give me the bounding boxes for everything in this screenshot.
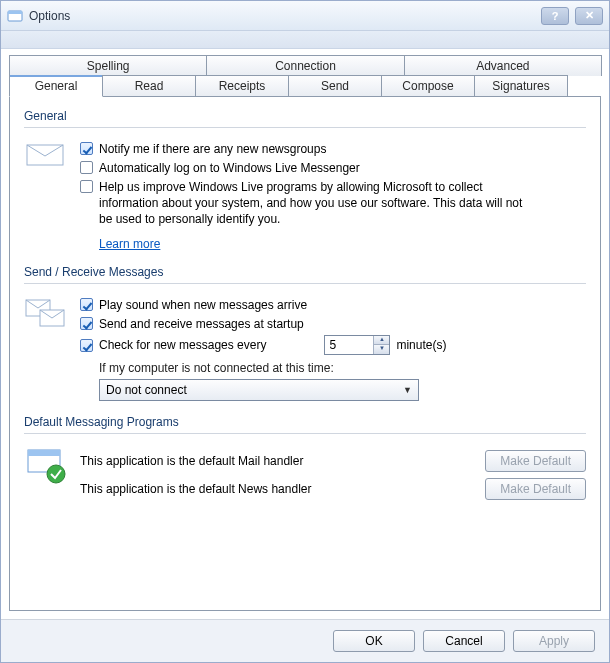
checkbox-check-interval[interactable] [80, 339, 93, 352]
tab-panel-general: General Notify me if there are any new n… [9, 96, 601, 611]
tab-general[interactable]: General [9, 75, 103, 97]
group-title-defaults: Default Messaging Programs [24, 415, 586, 429]
spin-up[interactable]: ▲ [374, 336, 389, 345]
checkbox-autologon-messenger[interactable] [80, 161, 93, 174]
default-program-icon [24, 444, 70, 489]
help-button[interactable]: ? [541, 7, 569, 25]
tab-spelling[interactable]: Spelling [9, 55, 207, 76]
options-window: Options ? ✕ Spelling Connection Advanced… [0, 0, 610, 663]
tabs-row-upper: Spelling Connection Advanced [9, 55, 601, 76]
svg-rect-1 [8, 11, 22, 14]
app-icon [7, 8, 23, 24]
tab-connection[interactable]: Connection [206, 55, 404, 76]
checkbox-play-sound[interactable] [80, 298, 93, 311]
group-title-general: General [24, 109, 586, 123]
section-general: General Notify me if there are any new n… [24, 109, 586, 251]
label-offline: If my computer is not connected at this … [99, 361, 586, 375]
minutes-input[interactable] [325, 336, 373, 354]
tabs-row-lower: General Read Receipts Send Compose Signa… [9, 75, 601, 96]
label-default-news: This application is the default News han… [80, 482, 475, 496]
section-send-receive: Send / Receive Messages Play sound when … [24, 265, 586, 401]
svg-rect-6 [28, 450, 60, 456]
label-help-improve: Help us improve Windows Live programs by… [99, 179, 529, 227]
menubar-area [1, 31, 609, 49]
cancel-button[interactable]: Cancel [423, 630, 505, 652]
offline-action-value: Do not connect [106, 383, 187, 397]
label-default-mail: This application is the default Mail han… [80, 454, 475, 468]
svg-point-7 [47, 465, 65, 483]
divider [24, 127, 586, 128]
tab-compose[interactable]: Compose [381, 75, 475, 96]
tab-read[interactable]: Read [102, 75, 196, 96]
label-play-sound: Play sound when new messages arrive [99, 297, 307, 313]
label-autologon-messenger: Automatically log on to Windows Live Mes… [99, 160, 360, 176]
minutes-spinner[interactable]: ▲ ▼ [324, 335, 390, 355]
close-button[interactable]: ✕ [575, 7, 603, 25]
tab-advanced[interactable]: Advanced [404, 55, 602, 76]
tab-signatures[interactable]: Signatures [474, 75, 568, 96]
link-learn-more[interactable]: Learn more [99, 237, 160, 251]
divider [24, 283, 586, 284]
titlebar: Options ? ✕ [1, 1, 609, 31]
divider [24, 433, 586, 434]
tab-send[interactable]: Send [288, 75, 382, 96]
label-minutes: minute(s) [396, 338, 446, 352]
dialog-footer: OK Cancel Apply [1, 619, 609, 662]
make-default-news-button[interactable]: Make Default [485, 478, 586, 500]
group-title-sendrecv: Send / Receive Messages [24, 265, 586, 279]
section-default-programs: Default Messaging Programs This applicat… [24, 415, 586, 506]
chevron-down-icon: ▼ [403, 385, 412, 395]
make-default-mail-button[interactable]: Make Default [485, 450, 586, 472]
label-sendrecv-startup: Send and receive messages at startup [99, 316, 304, 332]
checkbox-sendrecv-startup[interactable] [80, 317, 93, 330]
offline-action-dropdown[interactable]: Do not connect ▼ [99, 379, 419, 401]
client-area: Spelling Connection Advanced General Rea… [1, 49, 609, 619]
checkbox-help-improve[interactable] [80, 180, 93, 193]
spin-down[interactable]: ▼ [374, 345, 389, 354]
envelope-icon [24, 138, 70, 170]
label-notify-newsgroups: Notify me if there are any new newsgroup… [99, 141, 326, 157]
window-title: Options [29, 9, 541, 23]
tab-receipts[interactable]: Receipts [195, 75, 289, 96]
apply-button[interactable]: Apply [513, 630, 595, 652]
messages-icon [24, 294, 70, 330]
label-check-interval: Check for new messages every [99, 338, 266, 352]
checkbox-notify-newsgroups[interactable] [80, 142, 93, 155]
ok-button[interactable]: OK [333, 630, 415, 652]
